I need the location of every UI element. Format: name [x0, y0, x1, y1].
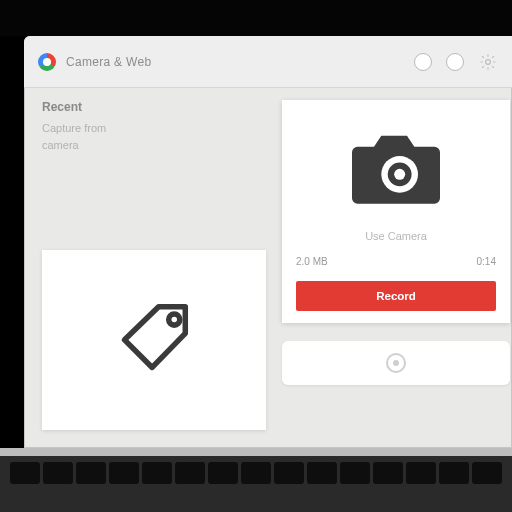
keyboard-key: [439, 462, 469, 484]
svg-point-0: [486, 59, 491, 64]
sidebar-line-2: camera: [42, 137, 266, 154]
preview-card[interactable]: [42, 250, 266, 430]
keyboard-key: [10, 462, 40, 484]
right-column: Use Camera 2.0 MB 0:14 Record: [282, 100, 510, 430]
window-control-1[interactable]: [414, 53, 432, 71]
tag-icon: [108, 292, 200, 388]
capture-meta-row: 2.0 MB 0:14: [296, 256, 496, 267]
keyboard-key: [142, 462, 172, 484]
titlebar-controls: [414, 52, 498, 72]
capture-card: Use Camera 2.0 MB 0:14 Record: [282, 100, 510, 323]
app-window: Camera & Web Recent Capture from camera: [24, 36, 512, 448]
laptop-bezel: [0, 0, 512, 36]
keyboard-key: [241, 462, 271, 484]
keyboard-key: [340, 462, 370, 484]
content-area: Recent Capture from camera: [24, 88, 512, 448]
shutter-button[interactable]: [386, 353, 406, 373]
laptop-keyboard: [0, 456, 512, 512]
keyboard-key: [307, 462, 337, 484]
capture-duration: 0:14: [477, 256, 496, 267]
keyboard-key: [208, 462, 238, 484]
settings-button[interactable]: [478, 52, 498, 72]
sidebar-heading: Recent: [42, 100, 266, 114]
app-icon: [38, 53, 56, 71]
tab-title: Camera & Web: [66, 55, 151, 69]
sidebar-line-1: Capture from: [42, 120, 266, 137]
titlebar: Camera & Web: [24, 36, 512, 88]
keyboard-key: [472, 462, 502, 484]
capture-caption: Use Camera: [365, 230, 427, 242]
keyboard-key: [373, 462, 403, 484]
gear-icon: [479, 53, 497, 71]
camera-icon: [341, 122, 451, 216]
bottom-toolbar: [282, 341, 510, 385]
laptop-hinge: [0, 448, 512, 456]
keyboard-key: [406, 462, 436, 484]
keyboard-key: [175, 462, 205, 484]
svg-point-4: [394, 169, 405, 180]
capture-size: 2.0 MB: [296, 256, 328, 267]
record-button-label: Record: [376, 290, 416, 302]
keyboard-key: [109, 462, 139, 484]
window-control-2[interactable]: [446, 53, 464, 71]
svg-point-1: [169, 314, 180, 325]
record-button[interactable]: Record: [296, 281, 496, 311]
keyboard-key: [274, 462, 304, 484]
keyboard-key: [43, 462, 73, 484]
keyboard-key: [76, 462, 106, 484]
left-column: Recent Capture from camera: [42, 100, 266, 430]
